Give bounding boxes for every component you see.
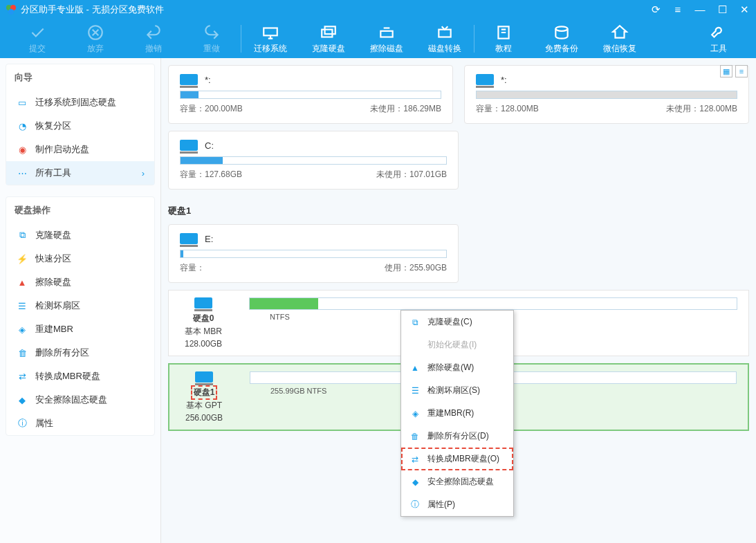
- cm-props[interactable]: ⓘ属性(P): [401, 493, 513, 516]
- refresh-icon[interactable]: ⟳: [649, 3, 662, 16]
- minimize-icon[interactable]: —: [694, 3, 706, 16]
- sidebar-item-bootdisc[interactable]: ◉制作启动光盘: [6, 138, 154, 161]
- cm-clone[interactable]: ⧉克隆硬盘(C): [401, 311, 513, 333]
- trash-icon: 🗑: [16, 347, 28, 359]
- scan-icon: ☰: [409, 385, 421, 396]
- eraser-icon: ▲: [16, 276, 28, 288]
- sidebar-item-migrate-ssd[interactable]: ▭迁移系统到固态硬盘: [6, 91, 154, 114]
- recover-button[interactable]: 微信恢复: [591, 19, 649, 58]
- pie-icon: ◔: [16, 120, 28, 132]
- undo-icon: [145, 24, 163, 42]
- view-list-icon[interactable]: ≡: [735, 65, 748, 77]
- sidebar-item-all-tools[interactable]: ⋯所有工具›: [6, 161, 154, 185]
- usage-bar: [180, 250, 447, 258]
- info-icon: ⓘ: [409, 499, 421, 510]
- check-icon: [28, 24, 46, 42]
- sidebar-item-secure-erase[interactable]: ◆安全擦除固态硬盘: [6, 388, 154, 412]
- clone-icon: [320, 24, 338, 42]
- disk-segments: [249, 297, 737, 310]
- drive-icon: [194, 297, 212, 309]
- backup-icon: [553, 24, 571, 42]
- drive-icon: [180, 233, 198, 244]
- info-icon: ⓘ: [16, 417, 28, 430]
- undo-button[interactable]: 撤销: [125, 19, 183, 58]
- disk-info: 硬盘1 基本 GPT 256.00GB: [169, 365, 239, 430]
- partition-card-e[interactable]: E: 容量：使用：255.90GB: [168, 224, 459, 283]
- toolbar: 提交 放弃 撤销 重做 迁移系统 克隆硬盘 擦除磁盘 磁盘转换 教程 免费备份 …: [0, 19, 756, 58]
- clone-icon: ⧉: [16, 229, 28, 241]
- window-controls: ⟳ ≡ — ☐ ✕: [649, 3, 750, 16]
- sidebar-item-delete-all[interactable]: 🗑删除所有分区: [6, 341, 154, 365]
- sidebar-item-clone[interactable]: ⧉克隆硬盘: [6, 223, 154, 247]
- svg-point-2: [8, 9, 14, 15]
- cm-delall[interactable]: 🗑删除所有分区(D): [401, 425, 513, 448]
- ssd-icon: ▭: [16, 96, 28, 109]
- cm-init: 初始化硬盘(I): [401, 333, 513, 356]
- shield-icon: ◆: [16, 394, 28, 406]
- drive-icon: [195, 371, 213, 383]
- cm-secerase[interactable]: ◆安全擦除固态硬盘: [401, 470, 513, 493]
- clone-icon: ⧉: [409, 317, 421, 328]
- sidebar-item-quickpart[interactable]: ⚡快速分区: [6, 247, 154, 270]
- tools-button[interactable]: 工具: [690, 19, 748, 58]
- view-toggle: ▦ ≡: [720, 65, 748, 77]
- shield-icon: ◆: [409, 477, 421, 488]
- convert-button[interactable]: 磁盘转换: [416, 19, 474, 58]
- partition-card-c[interactable]: C: 容量：127.68GB未使用：107.01GB: [168, 131, 459, 190]
- content: ▦ ≡ *: 容量：200.00MB未使用：186.29MB *: 容量：128…: [161, 58, 756, 543]
- sidebar: 向导 ▭迁移系统到固态硬盘 ◔恢复分区 ◉制作启动光盘 ⋯所有工具› 硬盘操作 …: [0, 58, 161, 543]
- init-icon: [409, 340, 421, 351]
- menu-icon[interactable]: ≡: [672, 3, 684, 16]
- cm-badsector[interactable]: ☰检测坏扇区(S): [401, 379, 513, 402]
- swap-icon: ⇄: [409, 454, 421, 465]
- wipe-button[interactable]: 擦除磁盘: [358, 19, 416, 58]
- migrate-button[interactable]: 迁移系统: [241, 19, 299, 58]
- backup-button[interactable]: 免费备份: [533, 19, 591, 58]
- cm-rebuild[interactable]: ◈重建MBR(R): [401, 402, 513, 425]
- close-icon[interactable]: ✕: [738, 3, 750, 16]
- submit-button[interactable]: 提交: [8, 19, 66, 58]
- usage-bar: [180, 91, 441, 99]
- tag-icon: ◈: [16, 323, 28, 335]
- sidebar-item-rebuild-mbr[interactable]: ◈重建MBR: [6, 317, 154, 341]
- sidebar-item-convert-mbr[interactable]: ⇄转换成MBR硬盘: [6, 365, 154, 388]
- dots-icon: ⋯: [16, 167, 28, 179]
- eraser-icon: ▲: [409, 362, 421, 374]
- window-title: 分区助手专业版 - 无损分区免费软件: [21, 3, 649, 16]
- wipe-icon: [378, 24, 396, 42]
- usage-bar: [476, 91, 737, 99]
- context-menu: ⧉克隆硬盘(C) 初始化硬盘(I) ▲擦除硬盘(W) ☰检测坏扇区(S) ◈重建…: [400, 310, 514, 517]
- clone-button[interactable]: 克隆硬盘: [299, 19, 358, 58]
- titlebar: 分区助手专业版 - 无损分区免费软件 ⟳ ≡ — ☐ ✕: [0, 0, 756, 19]
- wechat-icon: [611, 24, 629, 42]
- disk-label-highlighted: 硬盘1: [192, 387, 216, 398]
- tag-icon: ◈: [409, 408, 421, 419]
- discard-button[interactable]: 放弃: [66, 19, 125, 58]
- sidebar-item-badsector[interactable]: ☰检测坏扇区: [6, 294, 154, 317]
- section-title-disk1: 硬盘1: [168, 198, 749, 224]
- book-icon: [495, 24, 513, 42]
- view-grid-icon[interactable]: ▦: [720, 65, 732, 77]
- convert-icon: [436, 24, 454, 42]
- sidebar-ops-header: 硬盘操作: [6, 197, 154, 223]
- chevron-right-icon: ›: [142, 168, 145, 178]
- sidebar-item-recover-partition[interactable]: ◔恢复分区: [6, 114, 154, 138]
- trash-icon: 🗑: [409, 431, 421, 442]
- partition-card-star1[interactable]: *: 容量：200.00MB未使用：186.29MB: [168, 65, 453, 124]
- redo-button[interactable]: 重做: [183, 19, 241, 58]
- sidebar-wizard-header: 向导: [6, 64, 154, 91]
- scan-icon: ☰: [16, 300, 28, 312]
- partition-card-star2[interactable]: *: 容量：128.00MB未使用：128.00MB: [464, 65, 749, 124]
- disk-info: 硬盘0 基本 MBR 128.00GB: [169, 291, 238, 356]
- tutorial-button[interactable]: 教程: [474, 19, 533, 58]
- migrate-icon: [261, 24, 279, 42]
- maximize-icon[interactable]: ☐: [716, 3, 728, 16]
- sidebar-item-properties[interactable]: ⓘ属性: [6, 412, 154, 435]
- sidebar-item-wipe[interactable]: ▲擦除硬盘: [6, 270, 154, 294]
- cm-wipe[interactable]: ▲擦除硬盘(W): [401, 356, 513, 379]
- bolt-icon: ⚡: [16, 252, 28, 265]
- cm-convert-mbr[interactable]: ⇄转换成MBR硬盘(O): [401, 448, 513, 470]
- cancel-icon: [86, 24, 104, 42]
- usage-bar: [180, 156, 447, 165]
- drive-icon: [476, 74, 494, 85]
